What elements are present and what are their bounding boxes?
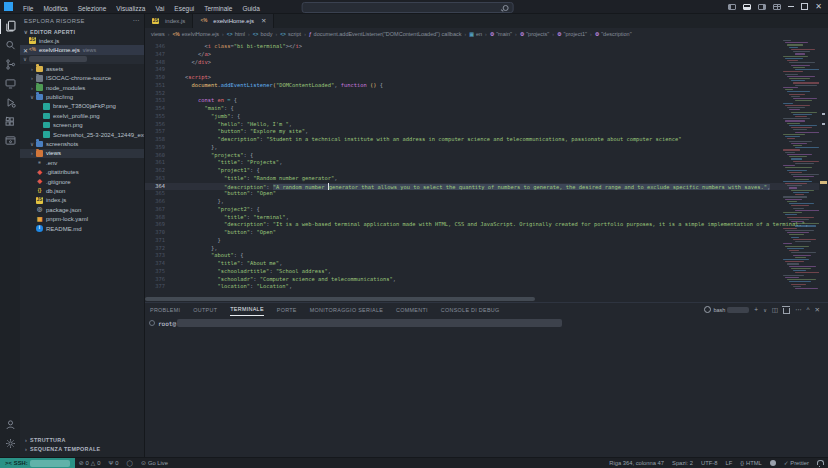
indentation-setting[interactable]: Spazi: 2 <box>668 460 697 466</box>
code-line-372[interactable]: 372 }, <box>145 245 828 253</box>
code-line-358[interactable]: 358 "description": "Student in a technic… <box>145 136 828 144</box>
breadcrumb-item[interactable]: <>script <box>280 31 301 37</box>
explorer-icon[interactable] <box>0 17 20 36</box>
code-line-367[interactable]: 367 "project2": { <box>145 206 828 214</box>
eol-setting[interactable]: LF <box>721 460 736 466</box>
breadcrumb-item[interactable]: ⚙"main" <box>490 31 512 37</box>
code-line-373[interactable]: 373 "about": { <box>145 252 828 260</box>
toggle-secondary-sidebar-icon[interactable] <box>758 4 766 10</box>
tree-item[interactable]: ≡.env <box>20 158 144 167</box>
remote-indicator[interactable]: >< SSH: <box>0 458 75 468</box>
tree-item[interactable]: ◆.gitignore <box>20 177 144 186</box>
source-control-icon[interactable] <box>0 55 20 74</box>
tree-item[interactable]: ∨public/img <box>20 92 144 101</box>
code-line-352[interactable]: 352 <box>145 90 828 98</box>
breadcrumb[interactable]: views›<%exelviHome.ejs›<>html›<>body›<>s… <box>145 28 828 40</box>
go-live-button[interactable]: ⊙ Go Live <box>137 460 172 466</box>
open-editors-section[interactable]: ∨ EDITOR APERTI <box>20 27 144 36</box>
code-line-354[interactable]: 354 "main": { <box>145 105 828 113</box>
code-line-346[interactable]: 346 <i class="bi bi-terminal"></i> <box>145 43 828 51</box>
code-line-375[interactable]: 375 "schooladrtitle": "School address", <box>145 268 828 276</box>
open-editor-item[interactable]: ✕<%exelviHome.ejsviews <box>20 45 144 54</box>
close-button[interactable]: ✕ <box>815 3 822 11</box>
panel-tab-output[interactable]: OUTPUT <box>193 304 217 316</box>
menu-esegui[interactable]: Esegui <box>169 5 199 12</box>
language-mode[interactable]: {} HTML <box>736 460 766 466</box>
tree-item[interactable]: ›assets <box>20 64 144 73</box>
breadcrumb-item[interactable]: <>body <box>253 31 273 37</box>
account-icon[interactable] <box>0 415 20 434</box>
close-tab-icon[interactable]: ✕ <box>261 17 266 25</box>
code-line-347[interactable]: 347 </a> <box>145 51 828 59</box>
panel-tab-monitoraggio-seriale[interactable]: MONITORAGGIO SERIALE <box>310 304 383 316</box>
tab-index.js[interactable]: JSindex.js <box>145 14 193 28</box>
code-line-362[interactable]: 362 "project1": { <box>145 167 828 175</box>
tree-item[interactable]: {}db.json <box>20 186 144 195</box>
code-line-351[interactable]: 351 document.addEventListener("DOMConten… <box>145 82 828 90</box>
settings-gear-icon[interactable] <box>0 434 20 453</box>
tree-item[interactable]: ▦pnpm-lock.yaml <box>20 214 144 223</box>
menu-file[interactable]: File <box>18 5 38 12</box>
code-line-364[interactable]: 364 "description": "A random number gene… <box>145 183 828 191</box>
terminal-dropdown-icon[interactable]: ∨ <box>763 307 767 313</box>
code-line-365[interactable]: 365 "button": "Open" <box>145 190 828 198</box>
explorer-more-actions-icon[interactable]: ⋯ <box>133 17 140 25</box>
code-line-359[interactable]: 359 }, <box>145 144 828 152</box>
notifications-bell[interactable] <box>813 461 828 465</box>
tree-item[interactable]: ›node_modules <box>20 83 144 92</box>
tab-exelviHome.ejs[interactable]: <%exelviHome.ejs✕ <box>193 14 274 28</box>
panel-tab-problemi[interactable]: PROBLEMI <box>150 304 180 316</box>
command-center-search[interactable] <box>302 2 514 13</box>
tree-item[interactable]: exelvi_profile.png <box>20 111 144 120</box>
code-line-366[interactable]: 366 }, <box>145 198 828 206</box>
panel-tab-commenti[interactable]: COMMENTI <box>396 304 428 316</box>
split-terminal-icon[interactable]: ◫ <box>772 306 778 314</box>
breadcrumb-item[interactable]: ƒdocument.addEventListener("DOMContentLo… <box>309 31 462 37</box>
code-line-349[interactable]: 349 <box>145 66 828 74</box>
search-sidebar-icon[interactable] <box>0 36 20 55</box>
panel-more-icon[interactable]: ⋯ <box>795 306 802 314</box>
tree-item[interactable]: Screenshot_25-3-2024_12449_exelvi... <box>20 130 144 139</box>
github-status[interactable] <box>766 460 780 466</box>
overview-ruler[interactable] <box>819 40 828 302</box>
code-line-355[interactable]: 355 "jumb": { <box>145 113 828 121</box>
code-line-353[interactable]: 353 const en = { <box>145 97 828 105</box>
code-line-377[interactable]: 377 "location": "Location", <box>145 283 828 291</box>
extensions-icon[interactable] <box>0 112 20 131</box>
breadcrumb-item[interactable]: <%exelviHome.ejs <box>172 31 219 37</box>
code-line-368[interactable]: 368 "title": "terminal", <box>145 214 828 222</box>
close-icon[interactable]: ✕ <box>22 47 29 54</box>
maximize-panel-icon[interactable]: ^ <box>806 306 809 313</box>
tree-item[interactable]: screen.png <box>20 121 144 130</box>
menu-vai[interactable]: Vai <box>150 5 169 12</box>
code-line-350[interactable]: 350 <script> <box>145 74 828 82</box>
problems-indicator[interactable]: ⊘ 0 △ 0 <box>75 460 105 466</box>
tree-item[interactable]: ∨screenshots <box>20 139 144 148</box>
code-line-374[interactable]: 374 "title": "About me", <box>145 260 828 268</box>
menu-modifica[interactable]: Modifica <box>38 5 72 12</box>
code-line-363[interactable]: 363 "title": "Random number generator", <box>145 175 828 183</box>
menu-terminale[interactable]: Terminale <box>199 5 237 12</box>
live-preview-icon[interactable] <box>0 131 20 150</box>
minimize-button[interactable] <box>788 6 794 7</box>
timeline-section[interactable]: › SEQUENZA TEMPORALE <box>20 444 144 453</box>
workspace-root-folder[interactable]: ∨ <box>20 55 144 64</box>
code-line-356[interactable]: 356 "hello": "Hello, I'm ", <box>145 121 828 129</box>
code-line-361[interactable]: 361 "title": "Projects", <box>145 159 828 167</box>
terminal-prompt-line[interactable]: root@ <box>149 319 828 327</box>
cursor-position[interactable]: Riga 364, colonna 47 <box>605 460 668 466</box>
code-line-369[interactable]: 369 "description": "It is a web-based te… <box>145 221 828 229</box>
menu-guida[interactable]: Guida <box>237 5 264 12</box>
code-line-348[interactable]: 348 </div> <box>145 59 828 67</box>
horizontal-scrollbar[interactable] <box>145 297 535 301</box>
minimap[interactable] <box>783 40 819 296</box>
tree-item[interactable]: ◎package.json <box>20 205 144 214</box>
tree-item[interactable]: brave_T38O0jaFkP.png <box>20 102 144 111</box>
outline-section[interactable]: › STRUTTURA <box>20 435 144 444</box>
toggle-sidebar-icon[interactable] <box>728 4 736 10</box>
close-panel-icon[interactable]: ✕ <box>815 306 820 314</box>
customize-layout-icon[interactable] <box>773 4 781 10</box>
code-editor[interactable]: 346 <i class="bi bi-terminal"></i>347 </… <box>145 40 828 302</box>
run-and-debug-icon[interactable] <box>0 93 20 112</box>
toggle-panel-icon[interactable] <box>743 4 751 10</box>
